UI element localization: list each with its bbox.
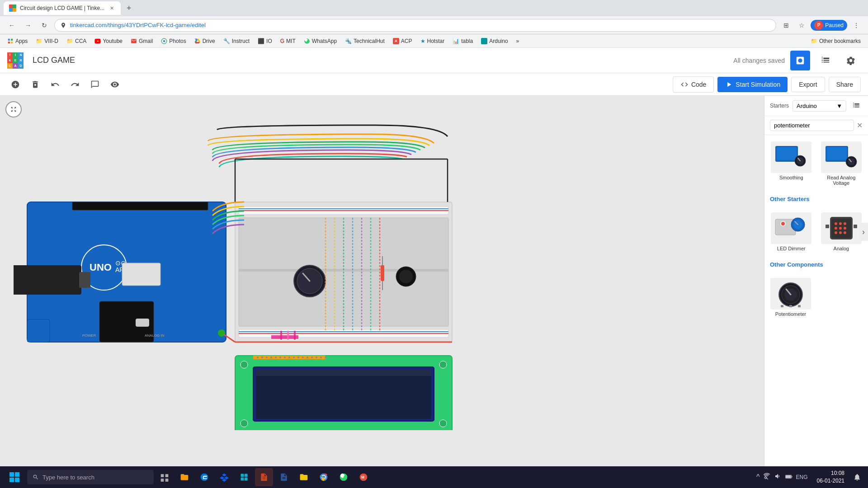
bookmark-acp[interactable]: A ACP: [389, 37, 416, 46]
battery-icon[interactable]: [785, 473, 793, 481]
bookmark-photos[interactable]: Photos: [157, 37, 189, 46]
main-content: UNO ARDUINO ⊙⊙ POWER ANALOG IN: [0, 96, 868, 488]
bookmark-whatsapp[interactable]: WhatsApp: [300, 37, 340, 46]
bookmark-apps[interactable]: Apps: [4, 37, 31, 46]
back-button[interactable]: ←: [5, 19, 18, 32]
bookmark-mit[interactable]: G MIT: [277, 37, 299, 46]
svg-point-114: [844, 231, 846, 234]
more-bookmarks-label: »: [516, 38, 519, 44]
file-explorer-button[interactable]: [175, 468, 193, 486]
browser-toolbar-icons: ⊞ ☆ P Paused ⋮: [780, 19, 863, 32]
arduino-icon: [481, 38, 487, 44]
drive-icon: [194, 38, 201, 44]
bookmark-instruct[interactable]: 🔧 Instruct: [220, 37, 253, 46]
svg-point-64: [241, 361, 248, 368]
bookmark-arduino[interactable]: Arduino: [477, 37, 511, 46]
svg-rect-0: [9, 5, 13, 8]
search-clear-button[interactable]: ✕: [857, 121, 863, 130]
component-read-analog[interactable]: Read Analog Voltage: [818, 139, 865, 188]
component-analog[interactable]: Analog: [818, 210, 865, 254]
show-hidden-icons[interactable]: ^: [756, 473, 760, 481]
browser-toolbar: ← → ↻ tinkercad.com/things/43YDrtPCwFK-l…: [0, 16, 868, 34]
cast-icon[interactable]: ⊞: [780, 19, 793, 32]
bookmark-drive[interactable]: Drive: [191, 37, 219, 46]
notification-button[interactable]: [850, 470, 864, 484]
list-view-button[interactable]: [816, 51, 835, 70]
clock-date: 06-01-2021: [817, 477, 844, 485]
language-indicator[interactable]: ENG: [796, 474, 808, 480]
undo-button[interactable]: [47, 76, 63, 93]
bookmark-more[interactable]: »: [513, 37, 523, 46]
export-button-label: Export: [799, 81, 817, 88]
bookmark-hotstar[interactable]: ★ Hotstar: [417, 37, 448, 46]
bookmark-cca[interactable]: 📁 CCA: [63, 37, 90, 46]
simulate-button[interactable]: Start Simulation: [717, 77, 788, 92]
bookmark-other[interactable]: 📁 Other bookmarks: [807, 37, 864, 46]
svg-point-113: [839, 231, 842, 234]
svg-rect-3: [13, 8, 16, 12]
chrome-button[interactable]: [315, 468, 333, 486]
bookmark-star-icon[interactable]: ☆: [795, 19, 808, 32]
red-app-button[interactable]: M: [354, 468, 373, 486]
edge-browser-button[interactable]: [195, 468, 213, 486]
bookmark-io[interactable]: ⬛ IO: [254, 37, 276, 46]
svg-rect-94: [827, 147, 847, 160]
bookmark-youtube[interactable]: Youtube: [91, 37, 126, 46]
bookmark-acp-label: ACP: [401, 38, 412, 44]
share-button[interactable]: Share: [829, 77, 861, 92]
logo-d: D: [18, 63, 24, 69]
start-button[interactable]: [4, 466, 25, 488]
panel-list-button[interactable]: [850, 99, 863, 112]
component-smoothing[interactable]: Smoothing: [768, 139, 815, 188]
delete-button[interactable]: [27, 76, 43, 93]
component-search-input[interactable]: [770, 120, 854, 131]
component-led-dimmer[interactable]: LED Dimmer: [768, 210, 815, 254]
canvas-area[interactable]: UNO ARDUINO ⊙⊙ POWER ANALOG IN: [0, 96, 764, 488]
powerpoint-button[interactable]: [255, 468, 273, 486]
active-tab[interactable]: Circuit design LCD GAME | Tinke... ✕: [4, 1, 121, 15]
reload-button[interactable]: ↻: [38, 19, 51, 32]
next-starters-button[interactable]: ›: [859, 223, 868, 241]
circuit-view-button[interactable]: [790, 51, 810, 70]
taskbar-search[interactable]: Type here to search: [27, 470, 154, 484]
windows-store-button[interactable]: [235, 468, 253, 486]
task-view-button[interactable]: [156, 468, 174, 486]
dropbox-button[interactable]: [215, 468, 233, 486]
right-panel: Starters Arduino ▼ ✕: [764, 96, 868, 488]
forward-button[interactable]: →: [22, 19, 34, 32]
account-badge[interactable]: P Paused: [811, 20, 847, 31]
svg-text:ANALOG IN: ANALOG IN: [145, 333, 165, 338]
new-tab-button[interactable]: +: [123, 2, 135, 14]
taskbar-search-placeholder: Type here to search: [42, 474, 94, 481]
clock[interactable]: 10:08 06-01-2021: [813, 469, 848, 485]
export-button[interactable]: Export: [791, 77, 825, 92]
file-manager-button[interactable]: [295, 468, 313, 486]
component-potentiometer[interactable]: Potentiometer: [768, 275, 813, 319]
address-bar[interactable]: tinkercad.com/things/43YDrtPCwFK-lcd-gam…: [54, 19, 776, 32]
code-button[interactable]: Code: [673, 76, 714, 93]
volume-icon[interactable]: [774, 473, 782, 482]
bookmark-gmail[interactable]: Gmail: [127, 37, 156, 46]
notes-button[interactable]: [87, 76, 103, 93]
add-component-button[interactable]: [7, 76, 24, 93]
svg-rect-136: [792, 476, 792, 478]
svg-point-66: [241, 420, 248, 427]
extensions-icon[interactable]: ⋮: [850, 19, 863, 32]
svg-point-111: [844, 227, 846, 230]
word-button[interactable]: [275, 468, 293, 486]
network-icon[interactable]: [764, 473, 771, 482]
code-button-label: Code: [691, 81, 706, 88]
component-grid: Smoothing: [764, 135, 868, 192]
whatsapp-taskbar-button[interactable]: [335, 468, 353, 486]
redo-button[interactable]: [67, 76, 83, 93]
bookmark-technicalhut[interactable]: 🔩 TechnicalHut: [341, 37, 388, 46]
tinkercad-logo[interactable]: T I N K E R C A D: [7, 52, 24, 69]
tab-close-button[interactable]: ✕: [108, 5, 115, 12]
bookmark-tabla[interactable]: 📊 tabla: [449, 37, 476, 46]
starters-dropdown[interactable]: Arduino ▼: [793, 100, 846, 112]
view-options-button[interactable]: [107, 76, 123, 93]
svg-rect-121: [781, 305, 783, 307]
settings-button[interactable]: [841, 51, 861, 70]
svg-rect-4: [8, 38, 10, 40]
bookmark-viiid[interactable]: 📁 VIII-D: [32, 37, 62, 46]
